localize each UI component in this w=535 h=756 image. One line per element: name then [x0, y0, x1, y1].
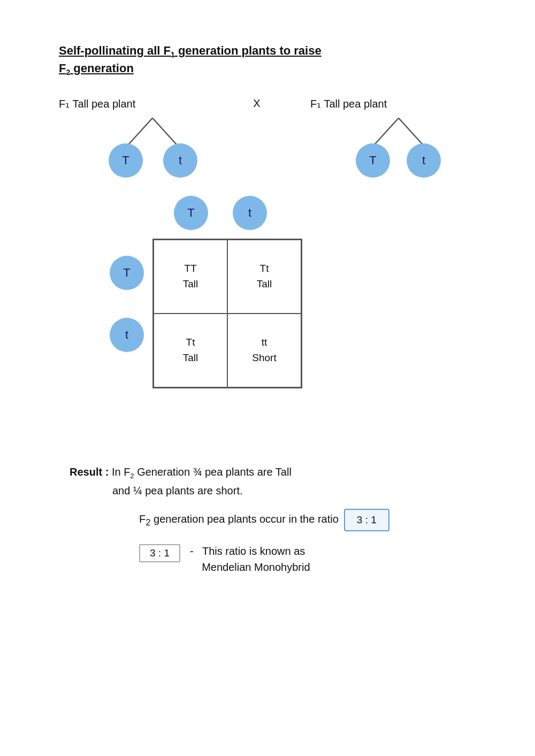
result-text1: In F	[112, 466, 130, 478]
svg-line-3	[399, 118, 423, 146]
title-text-4: generation	[70, 62, 134, 75]
parent-left-label: F₁ Tall pea plant	[59, 97, 203, 110]
genetics-diagram: T t T t T t T t TT Tall	[70, 116, 487, 447]
ratio-box-inline: 3 : 1	[344, 509, 389, 531]
side-gamete-T: T	[110, 256, 144, 290]
mid-gamete-T-label: T	[187, 206, 194, 220]
side-gamete-t-label: t	[125, 328, 128, 342]
right-gamete-t-label: t	[422, 154, 425, 167]
ratio-box-plain: 3 : 1	[139, 544, 180, 562]
title-text-2: generation plants to raise	[175, 44, 322, 57]
side-gamete-t: t	[110, 318, 144, 352]
ratio-intro-text: F2 generation pea plants occur in the ra…	[139, 510, 339, 530]
result-label: Result :	[70, 466, 109, 478]
right-gamete-t: t	[407, 143, 441, 178]
punnett-phenotype-Tall3: Tall	[183, 350, 198, 366]
svg-line-0	[128, 118, 152, 146]
punnett-phenotype-Tall2: Tall	[257, 277, 272, 292]
parent-x-label: X	[203, 97, 310, 110]
left-chevron	[120, 116, 185, 148]
punnett-cell-Tt1: Tt Tall	[227, 240, 301, 314]
left-gamete-t-label: t	[179, 154, 182, 167]
punnett-phenotype-Short: Short	[252, 350, 276, 366]
mid-gamete-T: T	[174, 196, 208, 230]
punnett-genotype-TT: TT	[184, 261, 196, 277]
ratio-line: F2 generation pea plants occur in the ra…	[139, 509, 492, 531]
punnett-cell-TT: TT Tall	[154, 240, 227, 314]
right-gamete-T: T	[356, 143, 390, 178]
punnett-genotype-tt: tt	[262, 335, 268, 350]
mendelian-text: - This ratio is known as Mendelian Monoh…	[190, 543, 310, 575]
mendelian-dash: -	[190, 545, 194, 557]
svg-line-2	[374, 118, 399, 146]
mid-gamete-t: t	[233, 196, 267, 230]
punnett-genotype-Tt1: Tt	[260, 261, 269, 277]
punnett-cell-tt: tt Short	[227, 314, 301, 387]
right-gamete-T-label: T	[369, 154, 376, 167]
left-gamete-t: t	[163, 143, 197, 178]
result-section: Result : In F2 Generation ¾ pea plants a…	[70, 463, 492, 575]
left-gamete-T: T	[109, 143, 143, 178]
page-title: Self-pollinating all F1 generation plant…	[59, 43, 492, 78]
parent-right-label: F₁ Tall pea plant	[310, 97, 387, 110]
page: Self-pollinating all F1 generation plant…	[0, 0, 535, 756]
punnett-genotype-Tt2: Tt	[186, 335, 195, 350]
left-gamete-T-label: T	[122, 154, 129, 167]
result-sub1: 2	[130, 472, 134, 480]
mendelian-line: 3 : 1 - This ratio is known as Mendelian…	[139, 543, 492, 575]
svg-line-1	[152, 118, 177, 146]
title-text-3: F	[59, 62, 66, 75]
punnett-cell-Tt2: Tt Tall	[154, 314, 227, 387]
punnett-phenotype-Tall1: Tall	[183, 277, 198, 292]
title-text-1: Self-pollinating all F	[59, 44, 171, 57]
title-sub-1: 1	[171, 50, 175, 59]
result-text: Result : In F2 Generation ¾ pea plants a…	[70, 463, 492, 499]
side-gamete-T-label: T	[123, 266, 130, 280]
result-text3: and ¼ pea plants are short.	[112, 485, 243, 497]
punnett-square: TT Tall Tt Tall Tt Tall tt Short	[152, 239, 302, 388]
result-text2: Generation ¾ pea plants are Tall	[134, 466, 292, 478]
ratio-sub: 2	[146, 517, 150, 528]
right-chevron	[366, 116, 431, 148]
parent-labels-row: F₁ Tall pea plant X F₁ Tall pea plant	[59, 97, 492, 110]
mid-gamete-t-label: t	[248, 206, 251, 220]
